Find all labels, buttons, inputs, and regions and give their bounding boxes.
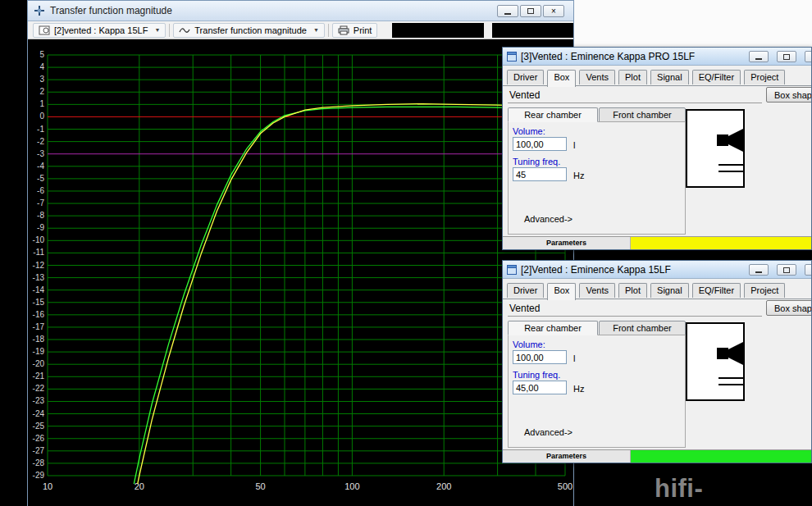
svg-text:-19: -19 xyxy=(33,347,45,356)
speaker-magnet-icon xyxy=(717,134,728,146)
tab-rear-chamber[interactable]: Rear chamber xyxy=(508,107,598,122)
tab-signal[interactable]: Signal xyxy=(650,283,689,298)
titlebar[interactable]: [2]Vented : Eminence Kappa 15LF × xyxy=(503,261,811,279)
watermark: hifi-forum.de xyxy=(655,474,812,506)
minimize-button[interactable] xyxy=(749,264,769,276)
divider xyxy=(508,316,762,317)
enclosure-type-select[interactable]: Vented xyxy=(509,303,540,314)
tuning-freq-unit: Hz xyxy=(573,384,584,394)
maximize-button[interactable] xyxy=(777,264,796,276)
parameters-label: Parameters xyxy=(503,450,631,463)
titlebar[interactable]: Transfer function magnitude × xyxy=(28,1,573,21)
tab-eq-filter[interactable]: EQ/Filter xyxy=(692,283,741,298)
advanced-link[interactable]: Advanced-> xyxy=(524,214,573,224)
close-button[interactable]: × xyxy=(543,5,564,17)
tab-project[interactable]: Project xyxy=(744,70,785,84)
minimize-icon xyxy=(755,271,762,273)
titlebar[interactable]: [3]Vented : Eminence Kappa PRO 15LF × xyxy=(503,48,811,66)
maximize-button[interactable] xyxy=(520,5,541,17)
minimize-icon xyxy=(755,58,762,60)
svg-text:-25: -25 xyxy=(33,422,45,431)
speaker-cone-icon xyxy=(728,342,743,365)
svg-text:-22: -22 xyxy=(33,384,45,393)
window-title: Transfer function magnitude xyxy=(50,5,172,16)
svg-text:-5: -5 xyxy=(37,174,44,183)
tuning-freq-label: Tuning freq. xyxy=(513,370,560,380)
svg-text:500: 500 xyxy=(558,481,573,491)
divider xyxy=(508,103,762,103)
toolbar: [2]vented : Kappa 15LF ▼ Transfer functi… xyxy=(28,21,573,39)
plot-type-value: Transfer function magnitude xyxy=(194,25,307,35)
box-cross-section-diagram xyxy=(686,322,745,401)
tab-box[interactable]: Box xyxy=(547,70,576,87)
maximize-button[interactable] xyxy=(777,51,796,62)
window-controls: × xyxy=(497,5,564,17)
svg-text:-2: -2 xyxy=(37,137,44,146)
svg-text:-14: -14 xyxy=(33,285,45,294)
box-cross-section-diagram xyxy=(686,109,745,188)
app-window-icon xyxy=(507,265,517,275)
tab-bar: Driver Box Vents Plot Signal EQ/Filter P… xyxy=(503,279,811,299)
svg-text:-29: -29 xyxy=(33,471,45,480)
advanced-link[interactable]: Advanced-> xyxy=(524,427,573,437)
tab-signal[interactable]: Signal xyxy=(650,70,689,84)
driver-select[interactable]: [2]vented : Kappa 15LF ▼ xyxy=(33,23,166,38)
driver-select-value: [2]vented : Kappa 15LF xyxy=(54,25,148,35)
svg-text:-23: -23 xyxy=(33,396,45,405)
tab-rear-chamber[interactable]: Rear chamber xyxy=(508,321,598,335)
parameters-bar: Parameters xyxy=(503,236,811,249)
svg-text:-6: -6 xyxy=(37,186,44,195)
tuning-freq-input[interactable] xyxy=(513,381,567,394)
volume-input[interactable] xyxy=(513,350,567,364)
tab-driver[interactable]: Driver xyxy=(507,70,544,84)
volume-label: Volume: xyxy=(513,126,545,136)
plot-window-icon xyxy=(34,5,45,16)
tuning-freq-input[interactable] xyxy=(513,167,567,181)
box-shape-button[interactable]: Box shape xyxy=(766,300,812,316)
screen: Transfer function magnitude × [2]vented … xyxy=(0,0,812,506)
app-window-icon xyxy=(507,52,517,62)
svg-text:0: 0 xyxy=(39,112,44,121)
svg-text:100: 100 xyxy=(344,481,359,491)
tab-vents[interactable]: Vents xyxy=(579,70,615,84)
chart-canvas: 543210-1-2-3-4-5-6-7-8-9-10-11-12-13-14-… xyxy=(28,39,573,506)
svg-text:5: 5 xyxy=(39,50,44,59)
tab-project[interactable]: Project xyxy=(744,283,785,298)
tab-bar: Driver Box Vents Plot Signal EQ/Filter P… xyxy=(503,66,811,86)
close-button[interactable]: × xyxy=(805,51,812,62)
printer-icon xyxy=(338,25,349,35)
tuning-freq-label: Tuning freq. xyxy=(513,157,560,166)
tab-front-chamber[interactable]: Front chamber xyxy=(599,107,686,122)
svg-text:-12: -12 xyxy=(33,261,45,270)
toolbar-display-panel xyxy=(392,23,484,38)
window-title: [2]Vented : Eminence Kappa 15LF xyxy=(521,264,671,276)
svg-text:2: 2 xyxy=(39,87,44,96)
volume-input[interactable] xyxy=(513,137,567,151)
svg-text:-9: -9 xyxy=(37,223,44,232)
toolbar-separator xyxy=(169,24,170,37)
parameters-progress xyxy=(631,237,811,249)
enclosure-type-select[interactable]: Vented xyxy=(509,89,540,101)
tab-front-chamber[interactable]: Front chamber xyxy=(599,321,686,335)
minimize-button[interactable] xyxy=(749,51,769,62)
tab-vents[interactable]: Vents xyxy=(579,283,615,298)
box-shape-button[interactable]: Box shape xyxy=(766,87,812,103)
parameters-progress xyxy=(631,450,811,463)
parameters-bar: Parameters xyxy=(503,449,811,463)
svg-text:50: 50 xyxy=(255,481,265,491)
tab-plot[interactable]: Plot xyxy=(618,70,647,84)
print-button[interactable]: Print xyxy=(332,23,378,38)
minimize-button[interactable] xyxy=(497,5,518,17)
tab-box[interactable]: Box xyxy=(547,283,576,300)
volume-label: Volume: xyxy=(513,340,545,349)
svg-text:200: 200 xyxy=(436,481,451,491)
tab-plot[interactable]: Plot xyxy=(618,283,647,298)
close-button[interactable]: × xyxy=(805,264,812,276)
tab-driver[interactable]: Driver xyxy=(507,283,544,298)
window-title: [3]Vented : Eminence Kappa PRO 15LF xyxy=(521,51,695,62)
box-tab-content: Vented Box shape Rear chamber Front cham… xyxy=(503,299,811,449)
svg-text:-24: -24 xyxy=(33,409,45,418)
plot-type-select[interactable]: Transfer function magnitude ▼ xyxy=(173,23,325,38)
svg-text:-18: -18 xyxy=(33,335,45,344)
tab-eq-filter[interactable]: EQ/Filter xyxy=(692,70,741,84)
